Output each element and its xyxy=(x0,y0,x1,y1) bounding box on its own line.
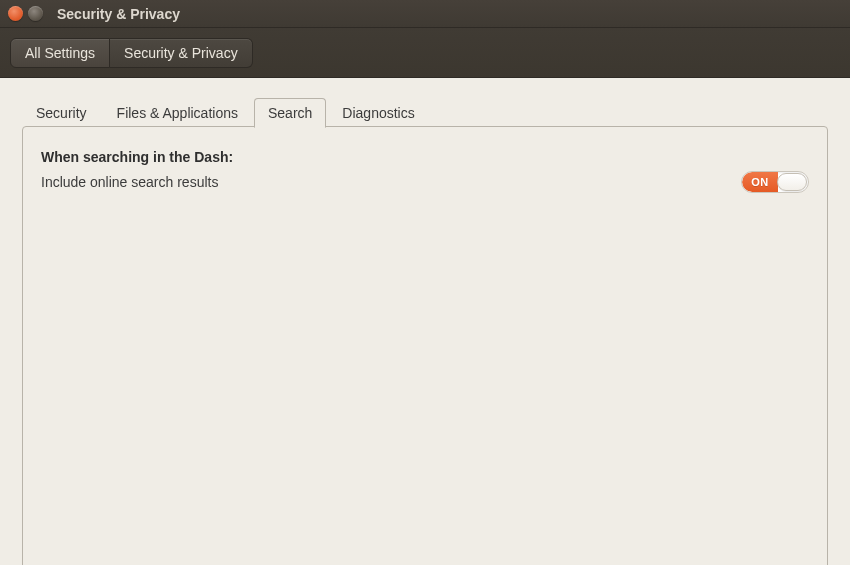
window-title: Security & Privacy xyxy=(57,6,180,22)
tab-security[interactable]: Security xyxy=(22,98,101,127)
titlebar: Security & Privacy xyxy=(0,0,850,28)
tab-diagnostics[interactable]: Diagnostics xyxy=(328,98,428,127)
setting-row: Include online search results ON xyxy=(41,171,809,193)
close-icon[interactable] xyxy=(8,6,23,21)
all-settings-button[interactable]: All Settings xyxy=(10,38,110,68)
toggle-handle xyxy=(777,173,807,191)
minimize-icon[interactable] xyxy=(28,6,43,21)
tab-search[interactable]: Search xyxy=(254,98,326,128)
content-area: Security Files & Applications Search Dia… xyxy=(0,78,850,565)
online-search-toggle[interactable]: ON xyxy=(741,171,809,193)
tab-bar: Security Files & Applications Search Dia… xyxy=(22,98,828,127)
breadcrumb-current[interactable]: Security & Privacy xyxy=(110,38,253,68)
setting-label: Include online search results xyxy=(41,174,218,190)
tab-files-applications[interactable]: Files & Applications xyxy=(103,98,252,127)
section-heading: When searching in the Dash: xyxy=(41,149,809,165)
window-controls xyxy=(8,6,43,21)
toolbar: All Settings Security & Privacy xyxy=(0,28,850,78)
toggle-on-label: ON xyxy=(742,172,778,192)
tab-panel-search: When searching in the Dash: Include onli… xyxy=(22,126,828,565)
